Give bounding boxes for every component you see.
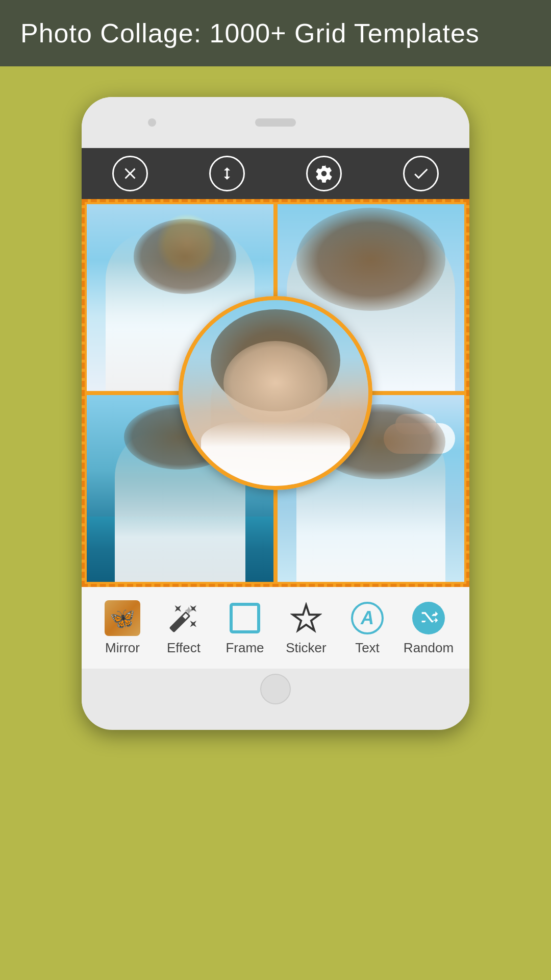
swap-button[interactable] [209, 156, 245, 191]
effect-icon [166, 600, 202, 636]
frame-icon [227, 600, 263, 636]
close-button[interactable] [112, 156, 148, 191]
text-label: Text [355, 640, 380, 656]
background-area: Mirror Effect Frame [0, 66, 551, 980]
text-tool[interactable]: A Text [339, 600, 395, 656]
shuffle-icon [418, 608, 439, 628]
mirror-icon [105, 600, 140, 636]
collage-center-circle[interactable] [179, 296, 372, 490]
phone-camera [148, 118, 156, 127]
random-label: Random [404, 640, 454, 656]
close-icon [121, 164, 139, 183]
mirror-thumbnail [105, 600, 140, 636]
collage-grid [87, 204, 464, 582]
shuffle-circle-icon [412, 602, 445, 634]
phone-mockup: Mirror Effect Frame [82, 97, 469, 730]
random-tool[interactable]: Random [400, 600, 457, 656]
phone-bottom [82, 669, 469, 709]
text-circle-icon: A [351, 602, 384, 634]
mirror-label: Mirror [105, 640, 140, 656]
header-title: Photo Collage: 1000+ Grid Templates [20, 18, 480, 48]
settings-icon [315, 164, 333, 183]
frame-tool[interactable]: Frame [217, 600, 273, 656]
sticker-tool[interactable]: Sticker [278, 600, 334, 656]
random-icon [411, 600, 446, 636]
effect-label: Effect [167, 640, 201, 656]
settings-button[interactable] [306, 156, 342, 191]
text-icon: A [349, 600, 385, 636]
confirm-button[interactable] [403, 156, 439, 191]
collage-container [82, 199, 469, 587]
bottom-toolbar: Mirror Effect Frame [82, 587, 469, 669]
effect-tool[interactable]: Effect [156, 600, 212, 656]
sticker-label: Sticker [286, 640, 326, 656]
phone-top [82, 97, 469, 148]
phone-speaker [255, 118, 296, 127]
confirm-icon [412, 164, 430, 183]
mirror-tool[interactable]: Mirror [94, 600, 151, 656]
sticker-icon [288, 600, 324, 636]
swap-icon [218, 164, 236, 183]
magic-wand-icon [168, 603, 199, 633]
header: Photo Collage: 1000+ Grid Templates [0, 0, 551, 66]
star-icon [290, 602, 322, 634]
home-button[interactable] [260, 674, 291, 704]
app-toolbar [82, 148, 469, 199]
frame-box-icon [230, 603, 260, 633]
frame-label: Frame [226, 640, 264, 656]
